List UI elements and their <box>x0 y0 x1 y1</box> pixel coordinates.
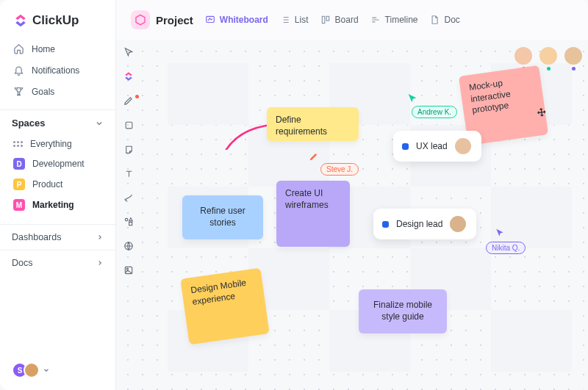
svg-rect-2 <box>326 16 329 21</box>
tab-board[interactable]: Board <box>320 15 359 25</box>
square-icon[interactable] <box>122 118 135 131</box>
connector-icon[interactable] <box>122 191 135 204</box>
cursor-label-nikita: Nikita Q. <box>486 242 526 254</box>
chevron-right-icon <box>96 234 104 241</box>
space-marketing[interactable]: M Marketing <box>0 195 115 215</box>
spaces-title: Spaces <box>12 118 46 129</box>
space-marketing-badge: M <box>13 199 25 211</box>
globe-icon[interactable] <box>122 239 135 253</box>
note-define-requirements[interactable]: Define requirements <box>267 107 359 141</box>
project-title: Project <box>156 14 193 26</box>
sidebar: ClickUp Home Notifications Goals Spaces … <box>0 0 116 390</box>
note-refine-stories[interactable]: Refine user stories <box>182 195 263 239</box>
collaborator[interactable] <box>564 47 582 71</box>
svg-rect-3 <box>126 122 132 129</box>
tool-rail <box>116 40 141 277</box>
doc-icon <box>429 15 440 25</box>
note-text: Define requirements <box>276 115 327 137</box>
topbar: Project Whiteboard List Board Timeline D… <box>116 0 588 40</box>
card-label: UX lead <box>416 141 448 151</box>
space-product[interactable]: P Product <box>0 174 115 195</box>
tab-doc[interactable]: Doc <box>429 15 459 25</box>
text-icon[interactable] <box>122 167 135 180</box>
note-create-wireframes[interactable]: Create UI wireframes <box>276 181 350 247</box>
card-ux-lead[interactable]: UX lead <box>393 131 481 162</box>
status-dot <box>382 221 389 228</box>
nav-docs-label: Docs <box>12 258 32 268</box>
timeline-icon <box>370 15 381 25</box>
tab-timeline-label: Timeline <box>385 15 418 25</box>
project-icon <box>131 10 150 29</box>
trophy-icon <box>13 86 24 97</box>
tab-list-label: List <box>295 15 309 25</box>
space-product-label: Product <box>32 179 62 189</box>
nav-home[interactable]: Home <box>0 38 115 59</box>
collaborator[interactable] <box>539 47 557 71</box>
space-everything-label: Everything <box>30 139 72 149</box>
cursor-label-andrew: Andrew K. <box>412 106 457 118</box>
image-icon[interactable] <box>122 264 135 277</box>
note-text: Finalize mobile style guide <box>368 300 438 322</box>
note-text: Create UI wireframes <box>285 188 329 210</box>
space-marketing-label: Marketing <box>32 200 74 210</box>
main: Project Whiteboard List Board Timeline D… <box>116 0 588 390</box>
pen-icon[interactable] <box>122 94 135 107</box>
svg-rect-5 <box>129 223 132 225</box>
home-icon <box>13 43 24 54</box>
nav-goals-label: Goals <box>32 87 54 97</box>
note-text: Design Mobile experience <box>190 278 247 307</box>
project-chip[interactable]: Project <box>131 10 193 29</box>
nav-notifications-label: Notifications <box>32 65 79 76</box>
everything-icon <box>13 141 23 147</box>
tab-whiteboard[interactable]: Whiteboard <box>205 15 268 25</box>
nav-dashboards[interactable]: Dashboards <box>0 224 115 250</box>
cursor-label-steve: Steve J. <box>320 163 359 176</box>
card-design-lead[interactable]: Design lead <box>373 209 476 239</box>
nav-home-label: Home <box>32 44 55 54</box>
tab-list[interactable]: List <box>280 15 309 25</box>
pointer-icon[interactable] <box>122 46 135 59</box>
space-everything[interactable]: Everything <box>0 134 115 154</box>
note-design-mobile[interactable]: Design Mobile experience <box>180 268 269 344</box>
brand-name: ClickUp <box>32 13 79 28</box>
cursor-label-text: Andrew K. <box>417 108 451 116</box>
shapes-icon[interactable] <box>122 215 135 228</box>
tab-timeline[interactable]: Timeline <box>370 15 418 25</box>
whiteboard-icon <box>205 15 215 25</box>
nav-goals[interactable]: Goals <box>0 81 115 102</box>
spaces-header[interactable]: Spaces <box>0 109 115 134</box>
space-development-label: Development <box>32 159 85 169</box>
avatar <box>450 216 466 232</box>
list-icon <box>280 15 290 25</box>
svg-point-4 <box>125 218 128 221</box>
note-text: Mock-up interactive prototype <box>468 78 511 115</box>
note-finalize-guide[interactable]: Finalize mobile style guide <box>359 289 447 333</box>
tab-board-label: Board <box>335 15 359 25</box>
card-label: Design lead <box>396 219 442 229</box>
cursor-label-text: Steve J. <box>326 165 353 173</box>
sticky-icon[interactable] <box>122 142 135 156</box>
remote-cursor-icon <box>406 93 418 104</box>
space-development[interactable]: D Development <box>0 154 115 174</box>
whiteboard-canvas[interactable]: Define requirements Refine user stories … <box>116 40 588 390</box>
chevron-down-icon <box>43 366 50 374</box>
space-product-badge: P <box>13 178 25 190</box>
nav-dashboards-label: Dashboards <box>12 232 61 242</box>
remote-cursor-icon <box>495 228 505 238</box>
svg-rect-1 <box>322 16 325 23</box>
clickup-icon[interactable] <box>122 70 135 83</box>
chevron-right-icon <box>96 259 104 267</box>
tab-doc-label: Doc <box>444 15 459 25</box>
status-dot <box>402 143 409 150</box>
move-icon <box>536 106 548 118</box>
bell-icon <box>13 65 24 76</box>
clickup-logo-icon <box>13 13 28 28</box>
svg-point-8 <box>126 268 128 270</box>
pencil-cursor-icon <box>309 151 319 162</box>
nav-notifications[interactable]: Notifications <box>0 59 115 81</box>
avatar <box>24 362 40 378</box>
nav-docs[interactable]: Docs <box>0 250 115 275</box>
note-text: Refine user stories <box>191 206 254 228</box>
user-avatars[interactable]: S <box>12 362 50 378</box>
brand-logo: ClickUp <box>0 0 115 38</box>
